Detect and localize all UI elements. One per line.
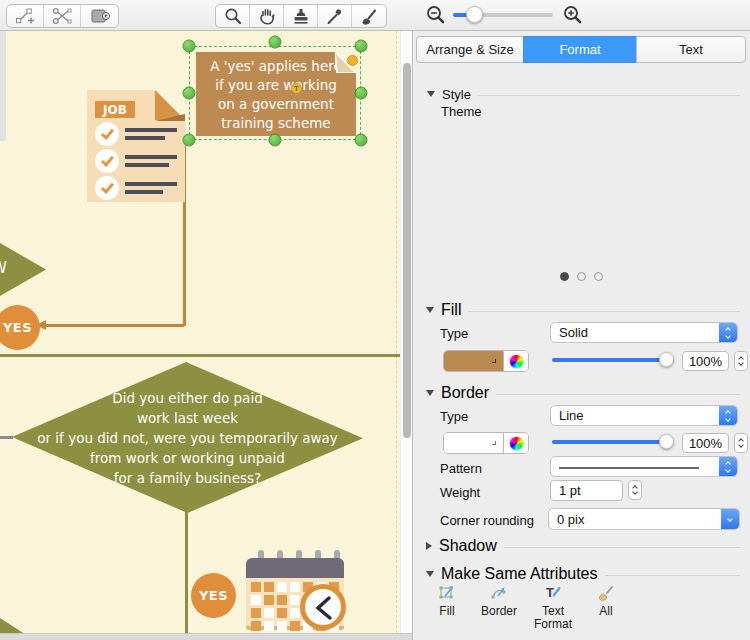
pattern-dropdown[interactable] xyxy=(550,456,738,477)
stamp-tool-button[interactable] xyxy=(284,5,318,27)
flow-line-vertical[interactable] xyxy=(185,512,188,633)
tab-format[interactable]: Format xyxy=(523,36,637,63)
clock-icon xyxy=(300,584,346,630)
make-same-border-button[interactable]: Border xyxy=(474,583,524,618)
chevron-down-icon xyxy=(492,441,496,445)
border-opacity-knob[interactable] xyxy=(659,434,674,449)
corner-rounding-dropdown[interactable]: 0 pix xyxy=(548,508,740,530)
section-label: Shadow xyxy=(439,537,497,555)
make-same-fill-button[interactable]: Fill xyxy=(422,583,472,618)
border-opacity-slider[interactable] xyxy=(552,440,674,444)
shadow-section-header[interactable]: Shadow xyxy=(426,539,740,553)
divider xyxy=(468,311,740,312)
pattern-label: Pattern xyxy=(440,461,482,476)
zoom-tool-button[interactable] xyxy=(216,5,250,27)
connector-orange-horizontal[interactable] xyxy=(45,324,184,327)
scrollbar-thumb[interactable] xyxy=(403,63,411,438)
border-color-wheel-button[interactable] xyxy=(504,433,528,453)
chevron-up-down-icon xyxy=(719,406,737,425)
add-connector-point-button[interactable] xyxy=(7,5,44,27)
border-section-header[interactable]: Border xyxy=(426,386,740,400)
zoom-out-button[interactable] xyxy=(425,4,447,30)
page-dot-2[interactable] xyxy=(577,272,586,281)
yes-circle-2[interactable]: YES xyxy=(191,573,236,618)
selection-handle-bottom-left[interactable] xyxy=(183,134,196,147)
selection-handle-bottom-right[interactable] xyxy=(355,134,368,147)
decision-diamond[interactable]: Did you either do paid work last week or… xyxy=(12,362,363,513)
split-connector-button[interactable] xyxy=(44,5,81,27)
text-control-handle[interactable]: T xyxy=(291,83,302,94)
selection-handle-bottom-center[interactable] xyxy=(269,134,282,147)
chevron-down-icon xyxy=(738,360,744,366)
zoom-slider[interactable] xyxy=(453,13,553,17)
page-dot-1[interactable] xyxy=(560,272,569,281)
make-same-text-format-button[interactable]: T Text Format xyxy=(528,583,578,631)
fill-opacity-knob[interactable] xyxy=(659,352,674,367)
weight-field[interactable]: 1 pt xyxy=(550,480,623,501)
zoom-in-button[interactable] xyxy=(562,4,584,30)
border-color-swatch[interactable] xyxy=(444,433,504,453)
tab-arrange-size[interactable]: Arrange & Size xyxy=(416,36,524,63)
zoom-slider-knob[interactable] xyxy=(466,6,483,23)
check-icon xyxy=(100,180,113,194)
diagram-canvas[interactable]: W YES JOB A 'yes' applies here if you a xyxy=(0,31,400,640)
fill-type-dropdown[interactable]: Solid xyxy=(550,322,738,343)
make-same-fill-icon xyxy=(437,583,457,603)
fill-section-header[interactable]: Fill xyxy=(426,303,740,317)
weight-stepper[interactable] xyxy=(628,480,642,500)
selection-handle-middle-right[interactable] xyxy=(355,87,368,100)
fill-opacity-field[interactable]: 100% xyxy=(682,351,729,371)
selection-handle-middle-left[interactable] xyxy=(183,87,196,100)
format-brush-tool-button[interactable] xyxy=(352,5,386,27)
diamond-text: Did you either do paid work last week or… xyxy=(37,388,337,488)
job-document-shape[interactable]: JOB xyxy=(87,90,185,202)
check-circle xyxy=(95,176,119,200)
selection-handle-top-right[interactable] xyxy=(355,40,368,53)
yes-circle-1[interactable]: YES xyxy=(0,305,40,350)
eyedropper-icon xyxy=(325,6,345,26)
divider xyxy=(504,547,740,548)
connector-gray[interactable] xyxy=(0,436,13,439)
selection-handle-top-center[interactable] xyxy=(269,36,282,49)
delete-shape-button[interactable] xyxy=(81,5,118,27)
text-line xyxy=(125,128,177,132)
fold-control-handle[interactable] xyxy=(347,55,358,66)
make-same-label: Border xyxy=(481,605,517,618)
text-line xyxy=(125,163,169,167)
tab-text[interactable]: Text xyxy=(636,36,746,63)
border-type-dropdown[interactable]: Line xyxy=(550,405,738,426)
vertical-scrollbar[interactable] xyxy=(400,31,412,640)
split-connector-icon xyxy=(51,6,73,26)
border-type-label: Type xyxy=(440,409,468,424)
eyedropper-tool-button[interactable] xyxy=(318,5,352,27)
border-color-well[interactable] xyxy=(443,432,529,454)
partial-diamond-left[interactable]: W xyxy=(0,243,46,296)
check-icon xyxy=(100,126,113,140)
partial-shape-label: W xyxy=(0,259,7,277)
make-same-section-header[interactable]: Make Same Attributes xyxy=(426,567,740,581)
yes-circle-1-label: YES xyxy=(3,320,32,335)
add-connector-point-icon xyxy=(14,6,36,26)
fill-color-wheel-button[interactable] xyxy=(504,351,528,371)
brush-icon xyxy=(359,6,379,26)
selection-handle-top-left[interactable] xyxy=(183,40,196,53)
fill-color-well[interactable] xyxy=(443,350,529,372)
chevron-down-icon xyxy=(632,489,638,495)
disclosure-right-icon xyxy=(426,542,432,550)
fill-color-swatch[interactable] xyxy=(444,351,504,371)
pan-tool-button[interactable] xyxy=(250,5,284,27)
make-same-text-format-icon: T xyxy=(543,583,563,603)
fill-opacity-slider[interactable] xyxy=(552,358,674,362)
flow-line-horizontal[interactable] xyxy=(0,354,400,357)
page-dot-3[interactable] xyxy=(594,272,603,281)
border-opacity-stepper[interactable] xyxy=(734,433,748,453)
border-opacity-field[interactable]: 100% xyxy=(682,433,729,453)
text-line xyxy=(125,190,163,194)
make-same-all-button[interactable]: All xyxy=(581,583,631,618)
section-label: Fill xyxy=(441,301,461,319)
chevron-up-down-icon xyxy=(719,323,737,342)
page-boundary xyxy=(396,31,397,633)
fill-opacity-stepper[interactable] xyxy=(734,351,748,371)
style-section-header[interactable]: Style xyxy=(427,87,740,101)
divider xyxy=(605,575,740,576)
